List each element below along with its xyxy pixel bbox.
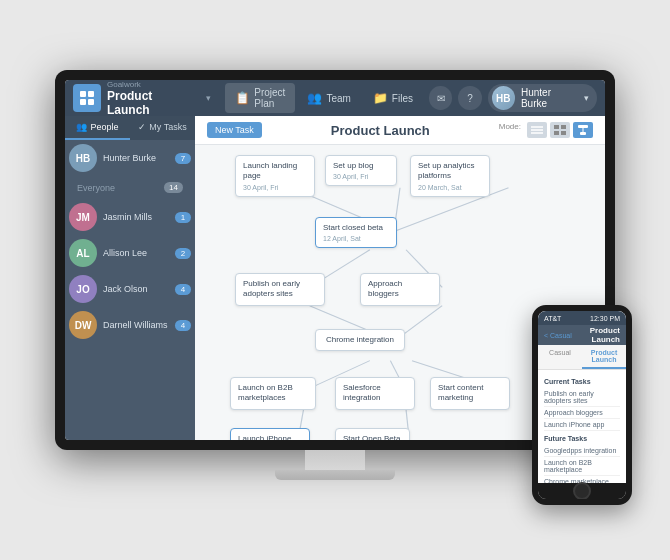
page-title: Product Launch bbox=[331, 123, 430, 138]
status-badge: 7 bbox=[175, 153, 191, 164]
svg-rect-8 bbox=[580, 132, 586, 135]
monitor: Goalwork Product Launch ▾ 📋 Project Plan… bbox=[55, 70, 615, 490]
list-view-toggle[interactable] bbox=[527, 122, 547, 138]
fc-node-label: Set up blog bbox=[333, 161, 389, 171]
avatar: AL bbox=[69, 239, 97, 267]
grid-view-toggle[interactable] bbox=[550, 122, 570, 138]
fc-node-launch-iphone[interactable]: Launch iPhone App bbox=[230, 428, 310, 440]
list-item[interactable]: HB Hunter Burke 7 bbox=[65, 140, 195, 176]
content-header: New Task Product Launch Mode: bbox=[195, 116, 605, 145]
avatar: JO bbox=[69, 275, 97, 303]
fc-node-chrome[interactable]: Chrome integration bbox=[315, 329, 405, 351]
nav-right-actions: ✉ ? HB Hunter Burke ▾ bbox=[429, 84, 597, 112]
user-avatar: HB bbox=[492, 86, 515, 110]
fc-node-meta: 12 April, Sat bbox=[323, 235, 389, 242]
fc-node-label: Start closed beta bbox=[323, 223, 389, 233]
fc-node-b2b[interactable]: Launch on B2B marketplaces bbox=[230, 377, 316, 410]
phone-task-item[interactable]: Publish on early adopters sites bbox=[544, 388, 620, 407]
phone-tab-casual[interactable]: Casual bbox=[538, 345, 582, 369]
list-item[interactable]: AL Allison Lee 2 bbox=[65, 235, 195, 271]
phone-clock: 12:30 PM bbox=[590, 315, 620, 322]
fc-node-open-beta[interactable]: Start Open Beta bbox=[335, 428, 410, 440]
monitor-neck bbox=[305, 450, 365, 470]
fc-node-label: Start Open Beta bbox=[343, 434, 402, 440]
phone-task-item[interactable]: Approach bloggers bbox=[544, 407, 620, 419]
fc-node-approach-bloggers[interactable]: Approach bloggers bbox=[360, 273, 440, 306]
app-logo bbox=[73, 84, 101, 112]
sidebar-item-label: Hunter Burke bbox=[103, 153, 169, 163]
phone-nav-title: Product Launch bbox=[576, 326, 620, 344]
svg-rect-4 bbox=[561, 125, 566, 129]
avatar: JM bbox=[69, 203, 97, 231]
nav-tab-project-plan[interactable]: 📋 Project Plan bbox=[225, 83, 295, 113]
brand-sub: Goalwork bbox=[107, 80, 196, 89]
fc-node-analytics[interactable]: Set up analytics platforms 20 March, Sat bbox=[410, 155, 490, 197]
avatar: HB bbox=[69, 144, 97, 172]
monitor-bezel: Goalwork Product Launch ▾ 📋 Project Plan… bbox=[55, 70, 615, 450]
phone-content: Current Tasks Publish on early adopters … bbox=[538, 370, 626, 483]
main-content: 👥 People ✓ My Tasks HB bbox=[65, 116, 605, 440]
brand-dropdown[interactable]: ▾ bbox=[206, 93, 211, 103]
list-item[interactable]: JO Jack Olson 4 bbox=[65, 271, 195, 307]
fc-node-setup-blog[interactable]: Set up blog 30 April, Fri bbox=[325, 155, 397, 186]
phone-home-indicator bbox=[538, 483, 626, 499]
user-name: Hunter Burke bbox=[521, 87, 578, 109]
fc-node-publish-early[interactable]: Publish on early adopters sites bbox=[235, 273, 325, 306]
mobile-phone: AT&T 12:30 PM < Casual Product Launch Ca… bbox=[532, 305, 632, 505]
phone-task-item[interactable]: Launch on B2B marketplace bbox=[544, 457, 620, 476]
nav-tab-project-plan-label: Project Plan bbox=[254, 87, 285, 109]
fc-node-label: Publish on early adopters sites bbox=[243, 279, 317, 300]
mail-button[interactable]: ✉ bbox=[429, 86, 452, 110]
status-badge: 2 bbox=[175, 248, 191, 259]
sidebar-item-label: Jack Olson bbox=[103, 284, 169, 294]
fc-node-label: Approach bloggers bbox=[368, 279, 432, 300]
sidebar: 👥 People ✓ My Tasks HB bbox=[65, 116, 195, 440]
new-task-button[interactable]: New Task bbox=[207, 122, 262, 138]
status-badge: 1 bbox=[175, 212, 191, 223]
team-icon: 👥 bbox=[307, 91, 322, 105]
monitor-base bbox=[275, 470, 395, 480]
my-tasks-icon: ✓ bbox=[138, 122, 146, 132]
nav-tab-team-label: Team bbox=[326, 93, 350, 104]
fc-node-label: Set up analytics platforms bbox=[418, 161, 482, 182]
people-icon: 👥 bbox=[76, 122, 87, 132]
sidebar-item-everyone[interactable]: Everyone 14 bbox=[69, 178, 191, 197]
phone-nav-bar: < Casual Product Launch bbox=[538, 325, 626, 345]
fc-node-label: Salesforce integration bbox=[343, 383, 407, 404]
user-menu[interactable]: HB Hunter Burke ▾ bbox=[488, 84, 597, 112]
svg-rect-7 bbox=[578, 125, 588, 128]
monitor-screen: Goalwork Product Launch ▾ 📋 Project Plan… bbox=[65, 80, 605, 440]
fc-node-launch-landing[interactable]: Launch landing page 30 April, Fri bbox=[235, 155, 315, 197]
sidebar-tab-people-label: People bbox=[90, 122, 118, 132]
sidebar-tab-my-tasks-label: My Tasks bbox=[149, 122, 186, 132]
nav-tab-files[interactable]: 📁 Files bbox=[363, 87, 423, 109]
phone-tab-product-launch[interactable]: Product Launch bbox=[582, 345, 626, 369]
nav-tab-team[interactable]: 👥 Team bbox=[297, 87, 360, 109]
status-badge: 14 bbox=[164, 182, 183, 193]
svg-rect-6 bbox=[561, 131, 566, 135]
fc-node-meta: 20 March, Sat bbox=[418, 184, 482, 191]
sidebar-tab-my-tasks[interactable]: ✓ My Tasks bbox=[130, 116, 195, 140]
phone-back-button[interactable]: < Casual bbox=[544, 332, 572, 339]
phone-home-button[interactable] bbox=[573, 482, 591, 500]
list-item[interactable]: JM Jasmin Mills 1 bbox=[65, 199, 195, 235]
fc-node-content-marketing[interactable]: Start content marketing bbox=[430, 377, 510, 410]
svg-rect-3 bbox=[554, 125, 559, 129]
phone-task-item[interactable]: Launch iPhone app bbox=[544, 419, 620, 431]
help-button[interactable]: ? bbox=[458, 86, 481, 110]
phone-task-item[interactable]: Googledpps integration bbox=[544, 445, 620, 457]
flow-view-toggle[interactable] bbox=[573, 122, 593, 138]
fc-node-label: Launch on B2B marketplaces bbox=[238, 383, 308, 404]
fc-node-closed-beta[interactable]: Start closed beta 12 April, Sat bbox=[315, 217, 397, 248]
sidebar-item-label: Darnell Williams bbox=[103, 320, 169, 330]
fc-node-label: Start content marketing bbox=[438, 383, 502, 404]
status-badge: 4 bbox=[175, 284, 191, 295]
fc-node-label: Launch landing page bbox=[243, 161, 307, 182]
monitor-stand bbox=[55, 450, 615, 480]
sidebar-tab-people[interactable]: 👥 People bbox=[65, 116, 130, 140]
list-item[interactable]: DW Darnell Williams 4 bbox=[65, 307, 195, 343]
sidebar-tab-bar: 👥 People ✓ My Tasks bbox=[65, 116, 195, 140]
nav-tab-files-label: Files bbox=[392, 93, 413, 104]
fc-node-salesforce[interactable]: Salesforce integration bbox=[335, 377, 415, 410]
sidebar-everyone-label: Everyone bbox=[77, 183, 164, 193]
